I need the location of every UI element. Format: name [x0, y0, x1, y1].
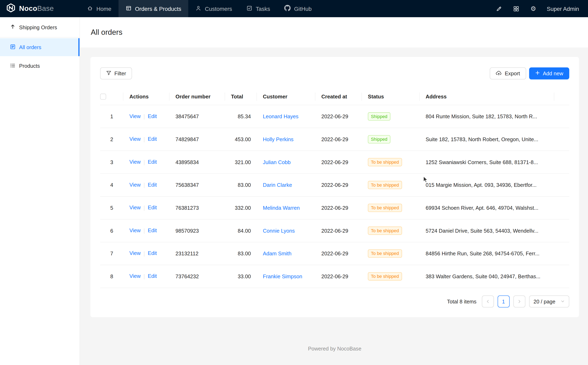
next-page-button[interactable]: [513, 295, 525, 307]
filter-button[interactable]: Filter: [100, 67, 132, 79]
customer-link[interactable]: Connie Lyons: [263, 227, 295, 233]
edit-link[interactable]: Edit: [148, 136, 157, 142]
customer-link[interactable]: Adam Smith: [263, 250, 291, 256]
edit-link[interactable]: Edit: [148, 159, 157, 165]
edit-link[interactable]: Edit: [148, 182, 157, 188]
total-cell: 84.00: [225, 219, 257, 242]
address-cell: 1252 Swaniawski Corners, Suite 688, 8137…: [420, 151, 554, 174]
total-cell: 83.00: [225, 173, 257, 196]
column-header-address: Address: [420, 88, 554, 105]
nav-item-home[interactable]: Home: [80, 0, 119, 17]
pagination: Total 8 items 1 20 / page: [100, 295, 569, 307]
view-link[interactable]: View: [129, 182, 141, 188]
row-index: 5: [100, 196, 123, 219]
pagination-total: Total 8 items: [447, 298, 477, 304]
status-tag: To be shipped: [368, 272, 402, 280]
filter-button-label: Filter: [114, 70, 126, 76]
cloud-upload-icon: [496, 70, 502, 77]
status-tag: To be shipped: [368, 204, 402, 212]
row-index: 7: [100, 242, 123, 265]
powered-by-footer: Powered by NocoBase: [90, 345, 579, 351]
created-at-cell: 2022-06-29: [315, 219, 362, 242]
edit-link[interactable]: Edit: [148, 205, 157, 211]
action-divider: [144, 160, 145, 165]
table-toolbar: Filter Export Add new: [100, 67, 569, 79]
content-area: Filter Export Add new: [80, 48, 588, 365]
sidebar-item-products[interactable]: Products: [0, 57, 80, 75]
page-size-select[interactable]: 20 / page: [529, 295, 569, 307]
order-number-cell: 75638347: [169, 173, 225, 196]
order-number-cell: 73764232: [169, 265, 225, 288]
select-all-checkbox[interactable]: [100, 94, 106, 100]
total-cell: 83.00: [225, 242, 257, 265]
address-cell: 015 Margie Mission, Apt. 093, 34936, Ebe…: [420, 173, 554, 196]
main-navigation: Home Orders & Products Customers Tasks G…: [80, 0, 486, 17]
table-row: 8 ViewEdit 73764232 33.00 Frankie Simpso…: [100, 265, 569, 288]
nav-item-tasks[interactable]: Tasks: [239, 0, 277, 17]
prev-page-button[interactable]: [482, 295, 494, 307]
address-cell: 5724 Daniel Drive, Suite 563, 54403, Wen…: [420, 219, 554, 242]
customer-link[interactable]: Melinda Warren: [263, 205, 300, 211]
action-divider: [144, 274, 145, 279]
customer-link[interactable]: Leonard Hayes: [263, 113, 298, 119]
page-number-button[interactable]: 1: [497, 295, 509, 307]
brand-name: NocoBase: [19, 5, 54, 13]
view-link[interactable]: View: [129, 227, 141, 233]
action-divider: [144, 228, 145, 234]
customer-link[interactable]: Frankie Simpson: [263, 273, 302, 279]
nav-item-github[interactable]: GitHub: [277, 0, 319, 17]
table-row: 6 ViewEdit 98570923 84.00 Connie Lyons 2…: [100, 219, 569, 242]
view-link[interactable]: View: [129, 250, 141, 256]
created-at-cell: 2022-06-29: [315, 151, 362, 174]
view-link[interactable]: View: [129, 273, 141, 279]
column-header-order-number: Order number: [169, 88, 225, 105]
nav-item-label: Orders & Products: [135, 6, 181, 12]
column-header-status: Status: [362, 88, 420, 105]
row-index: 1: [100, 105, 123, 128]
layout-grid-icon[interactable]: [512, 5, 520, 13]
view-link[interactable]: View: [129, 136, 141, 142]
view-link[interactable]: View: [129, 159, 141, 165]
nav-item-orders-products[interactable]: Orders & Products: [118, 0, 188, 17]
orders-card: Filter Export Add new: [90, 57, 579, 317]
nav-item-customers[interactable]: Customers: [189, 0, 239, 17]
order-number-cell: 38475647: [169, 105, 225, 128]
add-new-button[interactable]: Add new: [529, 67, 569, 79]
sidebar-group-label: Shipping Orders: [19, 24, 57, 30]
edit-link[interactable]: Edit: [148, 250, 157, 256]
edit-link[interactable]: Edit: [148, 113, 157, 119]
created-at-cell: 2022-06-29: [315, 105, 362, 128]
arrow-up-icon: [10, 23, 16, 31]
filter-icon: [106, 70, 111, 77]
view-link[interactable]: View: [129, 113, 141, 119]
edit-link[interactable]: Edit: [148, 273, 157, 279]
order-number-cell: 98570923: [169, 219, 225, 242]
sidebar-group-shipping-orders[interactable]: Shipping Orders: [0, 17, 80, 37]
table-row: 5 ViewEdit 76381273 332.00 Melinda Warre…: [100, 196, 569, 219]
current-user[interactable]: Super Admin: [547, 6, 579, 12]
settings-gear-icon[interactable]: ⚙: [530, 5, 537, 13]
edit-link[interactable]: Edit: [148, 227, 157, 233]
order-number-cell: 23132112: [169, 242, 225, 265]
export-button[interactable]: Export: [490, 67, 526, 79]
created-at-cell: 2022-06-29: [315, 128, 362, 151]
highlighter-icon[interactable]: [495, 5, 502, 13]
order-number-cell: 76381273: [169, 196, 225, 219]
customer-link[interactable]: Julian Cobb: [263, 159, 290, 165]
nav-item-label: Customers: [205, 6, 232, 12]
export-button-label: Export: [505, 70, 520, 76]
sidebar-item-label: All orders: [19, 44, 41, 50]
customer-link[interactable]: Holly Perkins: [263, 136, 294, 142]
nav-item-label: GitHub: [294, 6, 312, 12]
top-navbar: NocoBase Home Orders & Products Customer…: [0, 0, 588, 17]
sidebar-item-label: Products: [19, 63, 40, 69]
sidebar-item-all-orders[interactable]: All orders: [0, 38, 80, 56]
view-link[interactable]: View: [129, 205, 141, 211]
plus-icon: [535, 70, 540, 76]
customer-link[interactable]: Darin Clarke: [263, 182, 292, 188]
nocobase-logo[interactable]: NocoBase: [0, 0, 80, 17]
row-index: 4: [100, 173, 123, 196]
tasks-icon: [246, 5, 252, 12]
row-index: 6: [100, 219, 123, 242]
add-new-button-label: Add new: [543, 70, 563, 76]
